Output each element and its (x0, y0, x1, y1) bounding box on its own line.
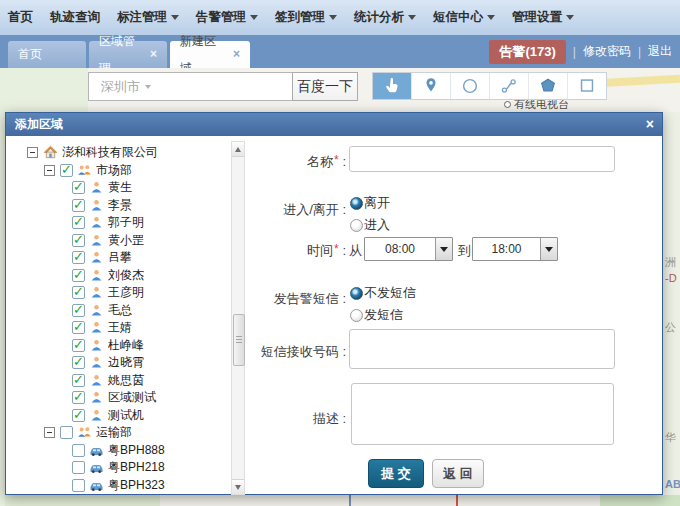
tree-checkbox[interactable] (72, 269, 85, 282)
tree-checkbox[interactable] (72, 304, 85, 317)
scroll-down-icon[interactable] (232, 479, 244, 494)
tree-checkbox[interactable] (72, 251, 85, 264)
nav-item-label: 签到管理 (275, 9, 325, 26)
tree-collapse-icon[interactable] (44, 165, 55, 176)
tree-checkbox[interactable] (72, 461, 85, 474)
time-from-select[interactable]: 08:00 (364, 237, 453, 261)
car-icon (89, 443, 104, 458)
tree-checkbox[interactable] (72, 391, 85, 404)
inout-radio-option[interactable]: 进入 (350, 214, 390, 236)
tree-node-item[interactable]: 刘俊杰 (18, 267, 230, 285)
inout-radio-option[interactable]: 离开 (350, 192, 390, 214)
submit-button[interactable]: 提 交 (368, 459, 424, 488)
tree-checkbox[interactable] (72, 199, 85, 212)
map-patch (663, 112, 680, 506)
sms-label: 发告警短信 : (146, 290, 346, 308)
circle-tool-button[interactable] (450, 73, 489, 99)
nav-item-轨迹查询[interactable]: 轨迹查询 (50, 9, 100, 26)
nav-item-短信中心[interactable]: 短信中心 (433, 9, 495, 26)
nav-item-首页[interactable]: 首页 (8, 9, 33, 26)
dropdown-arrow-icon[interactable] (435, 238, 452, 260)
tree-checkbox[interactable] (60, 426, 73, 439)
hand-tool-button[interactable] (373, 73, 411, 99)
tree-checkbox[interactable] (60, 164, 73, 177)
nav-item-统计分析[interactable]: 统计分析 (354, 9, 416, 26)
person-icon (89, 268, 104, 283)
tree-node-label: 区域测试 (108, 389, 156, 406)
radio-button-icon[interactable] (350, 287, 363, 300)
polygon-tool-button[interactable] (528, 73, 567, 99)
tab-close-icon[interactable]: × (150, 41, 157, 68)
tree-node-label: 运输部 (96, 424, 132, 441)
alarm-badge[interactable]: 告警(173) (489, 40, 565, 64)
nav-item-告警管理[interactable]: 告警管理 (196, 9, 258, 26)
nav-item-签到管理[interactable]: 签到管理 (275, 9, 337, 26)
tree-node-item[interactable]: 姚思茵 (18, 372, 230, 390)
home-icon (43, 145, 58, 160)
baidu-search-button[interactable]: 百度一下 (292, 72, 358, 101)
nav-item-label: 首页 (8, 9, 33, 26)
logout-link[interactable]: 退出 (648, 43, 672, 60)
tab-首页[interactable]: 首页 (8, 41, 86, 68)
person-icon (89, 180, 104, 195)
tree-checkbox[interactable] (72, 444, 85, 457)
radio-button-icon[interactable] (350, 219, 363, 232)
tree-node-label: 粤BPH888 (108, 442, 165, 459)
sms-radio-option[interactable]: 不发短信 (350, 282, 416, 304)
map-text-fragment: 洲 (665, 255, 676, 270)
tab-区域管理[interactable]: 区域管理× (89, 41, 167, 68)
sms-radio-option[interactable]: 发短信 (350, 304, 416, 326)
back-button[interactable]: 返 回 (432, 459, 484, 488)
tree-checkbox[interactable] (72, 356, 85, 369)
tree-checkbox[interactable] (72, 479, 85, 492)
tree-node-item[interactable]: 粤BPH323 (18, 477, 230, 495)
tree-node-item[interactable]: 区域测试 (18, 389, 230, 407)
rectangle-tool-button[interactable] (567, 73, 606, 99)
tree-checkbox[interactable] (72, 216, 85, 229)
dropdown-arrow-icon[interactable] (540, 238, 557, 260)
tree-node-item[interactable]: 黄生 (18, 179, 230, 197)
tree-scrollbar[interactable] (231, 141, 245, 495)
person-icon (89, 303, 104, 318)
change-password-link[interactable]: 修改密码 (583, 43, 631, 60)
tree-checkbox[interactable] (72, 374, 85, 387)
tree-checkbox[interactable] (72, 339, 85, 352)
tree-node-label: 黄生 (108, 179, 132, 196)
tree-checkbox[interactable] (72, 409, 85, 422)
radio-label: 不发短信 (364, 284, 416, 302)
nav-item-label: 统计分析 (354, 9, 404, 26)
tree-checkbox[interactable] (72, 321, 85, 334)
polyline-tool-button[interactable] (489, 73, 528, 99)
tab-新建区域[interactable]: 新建区域× (170, 41, 250, 68)
nav-item-管理设置[interactable]: 管理设置 (512, 9, 574, 26)
tree-node-item[interactable]: 王婧 (18, 319, 230, 337)
nav-item-标注管理[interactable]: 标注管理 (117, 9, 179, 26)
tree-collapse-icon[interactable] (27, 147, 38, 158)
description-field[interactable] (351, 383, 614, 445)
person-icon (89, 355, 104, 370)
radio-button-icon[interactable] (350, 309, 363, 322)
map-text-fragment: 公 (665, 320, 676, 335)
chevron-down-icon (566, 15, 574, 20)
pin-tool-button[interactable] (411, 73, 450, 99)
tree-node-item[interactable]: 粤BPH218 (18, 459, 230, 477)
tree-node-item[interactable]: 粤BPH888 (18, 442, 230, 460)
sms-number-field[interactable] (349, 329, 615, 369)
tree-checkbox[interactable] (72, 286, 85, 299)
close-icon[interactable]: × (646, 115, 654, 134)
tab-bar-right: 告警(173) | 修改密码 | 退出 (489, 35, 672, 68)
radio-button-icon[interactable] (350, 197, 363, 210)
tree-node-label: 刘俊杰 (108, 267, 144, 284)
city-selector[interactable]: 深圳市 (101, 78, 151, 96)
tree-collapse-icon[interactable] (44, 427, 55, 438)
name-field[interactable] (349, 146, 615, 172)
tree-checkbox[interactable] (72, 181, 85, 194)
time-to-select[interactable]: 18:00 (472, 237, 558, 261)
tab-close-icon[interactable]: × (233, 41, 240, 68)
name-label: 名称* : (146, 153, 346, 171)
map-search-input[interactable]: 深圳市 (88, 72, 293, 101)
chevron-down-icon (329, 15, 337, 20)
tree-node-label: 王彦明 (108, 284, 144, 301)
tree-checkbox[interactable] (72, 234, 85, 247)
tabs: 首页区域管理×新建区域× (8, 41, 253, 68)
